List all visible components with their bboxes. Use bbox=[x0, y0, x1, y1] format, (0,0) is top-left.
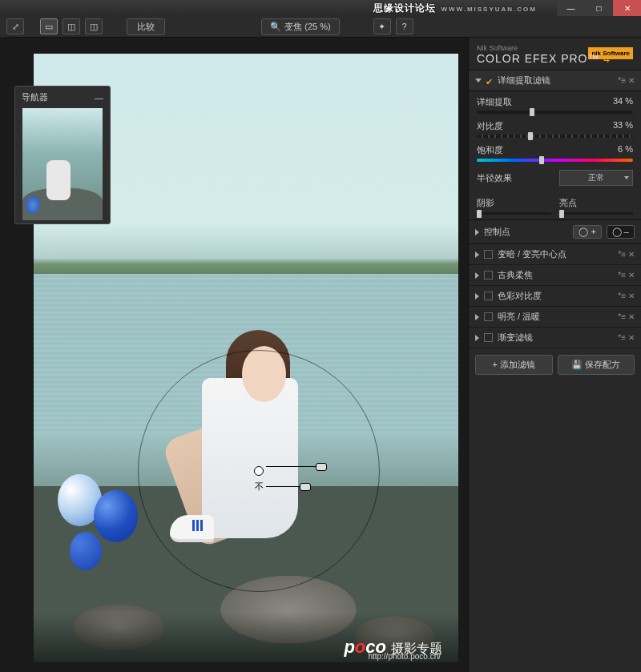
top-toolbar: ⤢ ▭ ◫ ◫ 比较 🔍变焦 (25 %) ✦ ? bbox=[0, 16, 641, 38]
checkbox[interactable] bbox=[484, 271, 493, 280]
filter-row[interactable]: 渐变滤镜*≡✕ bbox=[469, 328, 641, 348]
ctrl-add-dark-button[interactable]: ◯ – bbox=[607, 225, 635, 239]
view-single-icon[interactable]: ▭ bbox=[40, 18, 58, 34]
chevron-right-icon bbox=[475, 314, 479, 320]
filter-name: 色彩对比度 bbox=[498, 290, 542, 302]
watermark-top: 思缘设计论坛WWW.MISSYUAN.COM bbox=[373, 2, 537, 15]
chevron-right-icon bbox=[475, 335, 479, 341]
filter-header[interactable]: ✔ 详细提取滤镜 *≡✕ bbox=[469, 70, 641, 91]
brand-header: Nik Software COLOR EFEX PRO™ 4 nik Softw… bbox=[469, 38, 641, 70]
ctrl-add-light-button[interactable]: ◯ + bbox=[573, 225, 601, 239]
slider-contrast[interactable]: 对比度33 % bbox=[469, 115, 641, 139]
balloon-blue bbox=[94, 490, 138, 542]
shadow-slider[interactable]: 阴影 bbox=[477, 197, 551, 215]
filter-row[interactable]: 古典柔焦*≡✕ bbox=[469, 265, 641, 286]
checkbox[interactable] bbox=[484, 250, 493, 259]
close-icon[interactable]: ✕ bbox=[628, 250, 635, 259]
add-filter-button[interactable]: + 添加滤镜 bbox=[475, 355, 553, 375]
chevron-right-icon[interactable] bbox=[475, 229, 479, 235]
check-icon: ✔ bbox=[486, 77, 494, 85]
expand-icon[interactable]: ⤢ bbox=[6, 18, 24, 34]
close-icon[interactable]: ✕ bbox=[628, 292, 635, 300]
person-subject bbox=[178, 306, 330, 538]
balloon-dark bbox=[70, 532, 102, 570]
navigator-panel[interactable]: 导航器 — bbox=[14, 86, 111, 224]
close-icon[interactable]: ✕ bbox=[628, 76, 635, 85]
window-minimize-button[interactable]: — bbox=[557, 0, 585, 16]
save-recipe-button[interactable]: 💾 保存配方 bbox=[558, 355, 635, 375]
checkbox[interactable] bbox=[484, 312, 493, 321]
radius-label: 半径效果 bbox=[477, 172, 512, 184]
filter-title: 详细提取滤镜 bbox=[498, 74, 550, 87]
control-point-center[interactable] bbox=[254, 466, 264, 476]
filter-name: 渐变滤镜 bbox=[498, 332, 533, 344]
slider-detail[interactable]: 详细提取34 % bbox=[469, 91, 641, 115]
window-titlebar: — □ ✕ bbox=[0, 0, 641, 16]
window-close-button[interactable]: ✕ bbox=[613, 0, 641, 16]
close-icon[interactable]: ✕ bbox=[628, 271, 635, 280]
control-point-slider-2[interactable] bbox=[266, 486, 306, 487]
chevron-down-icon bbox=[475, 78, 482, 82]
view-split-icon[interactable]: ◫ bbox=[62, 18, 80, 34]
navigator-title: 导航器 bbox=[22, 91, 48, 103]
radius-dropdown[interactable]: 正常 bbox=[559, 170, 633, 186]
chevron-right-icon bbox=[475, 272, 479, 279]
help-icon[interactable]: ? bbox=[396, 18, 413, 34]
filter-row[interactable]: 变暗 / 变亮中心点*≡✕ bbox=[469, 244, 641, 265]
watermark-bottom: poco 摄影专题 http://photo.poco.cn/ bbox=[34, 613, 458, 662]
checkbox[interactable] bbox=[484, 292, 493, 300]
zoom-dropdown[interactable]: 🔍变焦 (25 %) bbox=[261, 18, 339, 35]
compare-button[interactable]: 比较 bbox=[127, 18, 165, 35]
chevron-right-icon bbox=[475, 251, 479, 258]
filter-name: 明亮 / 温暖 bbox=[498, 311, 540, 323]
filter-row[interactable]: 明亮 / 温暖*≡✕ bbox=[469, 307, 641, 328]
highlight-slider[interactable]: 亮点 bbox=[559, 197, 634, 215]
chevron-right-icon bbox=[475, 293, 479, 300]
radius-row: 半径效果 正常 bbox=[469, 163, 641, 192]
checkbox[interactable] bbox=[484, 333, 493, 342]
control-point-slider-1[interactable] bbox=[266, 466, 322, 467]
control-points-label: 控制点 bbox=[484, 226, 510, 238]
right-panel: Nik Software COLOR EFEX PRO™ 4 nik Softw… bbox=[468, 38, 641, 672]
filter-name: 古典柔焦 bbox=[498, 269, 533, 281]
slider-saturation[interactable]: 饱和度6 % bbox=[469, 139, 641, 163]
filter-row[interactable]: 色彩对比度*≡✕ bbox=[469, 286, 641, 307]
control-points-row: 控制点 ◯ + ◯ – bbox=[469, 219, 641, 244]
canvas-area[interactable]: poco 摄影专题 http://photo.poco.cn/ 导航器 — bbox=[0, 38, 468, 672]
window-maximize-button[interactable]: □ bbox=[585, 0, 613, 16]
filter-name: 变暗 / 变亮中心点 bbox=[498, 248, 566, 260]
navigator-collapse-icon[interactable]: — bbox=[95, 93, 103, 103]
navigator-thumbnail[interactable] bbox=[22, 108, 103, 220]
wand-icon[interactable]: ✦ bbox=[373, 18, 391, 34]
close-icon[interactable]: ✕ bbox=[628, 312, 635, 321]
close-icon[interactable]: ✕ bbox=[628, 333, 635, 342]
view-side-icon[interactable]: ◫ bbox=[85, 18, 103, 34]
